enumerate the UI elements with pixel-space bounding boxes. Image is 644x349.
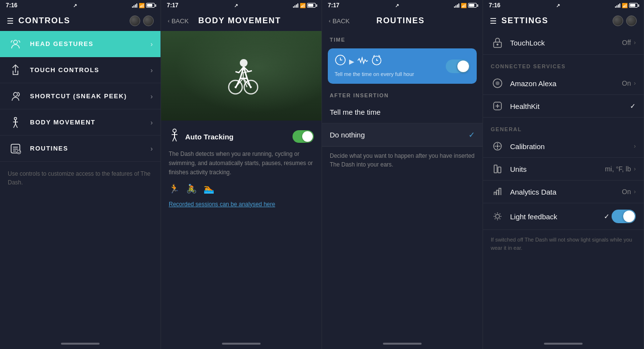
svg-rect-21	[498, 167, 501, 173]
light-feedback-check-icon: ✓	[604, 212, 610, 220]
settings-footer: If switched off The Dash will not show l…	[483, 230, 644, 258]
auto-tracking-row: Auto Tracking	[169, 128, 314, 145]
status-bar-2: 7:17 ↗ 📶	[161, 0, 322, 11]
routines-chevron: ›	[150, 145, 153, 152]
routines-title: ROUTINES	[354, 16, 447, 26]
menu-item-touch-controls[interactable]: TOUCH CONTROLS ›	[0, 57, 161, 83]
earbud-icons-settings	[613, 15, 637, 26]
light-feedback-controls: ✓	[604, 210, 636, 223]
head-gestures-icon	[8, 36, 23, 52]
nav-bar-body: ‹ BACK BODY MOVEMENT	[161, 11, 322, 31]
units-chevron: ›	[634, 166, 636, 172]
cyclist-svg	[217, 54, 265, 98]
bottom-bar-2	[161, 338, 322, 349]
time-card-toggle-area	[446, 60, 470, 73]
sessions-link[interactable]: here	[263, 201, 275, 208]
body-movement-details: Auto Tracking The Dash detects when you …	[161, 121, 322, 215]
panel-controls: 7:16 ↗ 📶 ☰ CONTROLS	[0, 0, 161, 349]
running-icon: 🏃	[169, 183, 179, 194]
home-indicator-2	[222, 343, 261, 345]
signal-icon-3	[454, 3, 459, 8]
home-indicator-3	[383, 343, 422, 345]
auto-tracking-desc: The Dash detects when you are running, c…	[169, 150, 314, 178]
routine-tell-time[interactable]: Tell me the time	[322, 101, 483, 123]
shortcut-icon	[8, 89, 23, 104]
back-chevron-routines: ‹	[329, 18, 331, 24]
light-feedback-label: Light feedback	[510, 212, 604, 221]
play-icon: ▶	[349, 58, 354, 65]
signal-icon-2	[293, 3, 298, 8]
back-button-routines[interactable]: ‹ BACK	[329, 17, 350, 25]
settings-healthkit[interactable]: HealthKit ✓	[483, 95, 644, 118]
light-feedback-toggle[interactable]	[612, 210, 636, 223]
settings-menu-icon[interactable]: ☰	[490, 16, 497, 26]
nav-bar-settings: ☰ SETTINGS	[483, 11, 644, 31]
menu-item-shortcut[interactable]: SHORTCUT (SNEAK PEEK) ›	[0, 83, 161, 109]
settings-analytics[interactable]: Analytics Data On ›	[483, 181, 644, 203]
svg-point-2	[15, 117, 17, 120]
status-time-1: 7:16	[6, 2, 17, 9]
activity-icons: 🏃 🚴 🏊	[169, 183, 314, 194]
healthkit-check-icon: ✓	[630, 102, 636, 110]
routine-do-nothing[interactable]: Do nothing ✓	[322, 123, 483, 147]
status-icons-1: 📶	[132, 3, 155, 8]
menu-item-body-movement[interactable]: BODY MOVEMENT ›	[0, 109, 161, 136]
bottom-bar-3	[322, 338, 483, 349]
alarm-icon	[371, 54, 382, 69]
back-chevron-body: ‹	[168, 18, 170, 24]
calibration-chevron: ›	[634, 143, 636, 150]
time-card[interactable]: ▶ Tell me the time on every	[328, 48, 477, 84]
svg-point-10	[173, 129, 176, 133]
alexa-icon	[491, 78, 504, 88]
controls-footer: Use controls to customize access to the …	[0, 162, 161, 195]
panel-body-movement: 7:17 ↗ 📶 ‹ BACK BODY MOVEMENT	[161, 0, 322, 349]
back-label-routines: BACK	[333, 17, 350, 25]
units-label: Units	[510, 165, 605, 173]
analytics-chevron: ›	[634, 188, 636, 195]
time-toggle[interactable]	[446, 60, 470, 73]
back-button-body[interactable]: ‹ BACK	[168, 17, 189, 25]
analytics-label: Analytics Data	[510, 188, 622, 196]
time-card-icons: ▶	[335, 54, 441, 69]
arrow-indicator-3: ↗	[395, 3, 399, 8]
settings-amazon-alexa[interactable]: Amazon Alexa On ›	[483, 72, 644, 95]
amazon-alexa-label: Amazon Alexa	[510, 79, 622, 88]
auto-tracking-toggle[interactable]	[293, 130, 314, 143]
settings-content: TouchLock Off › CONNECTED SERVICES Amazo…	[483, 31, 644, 338]
after-insert-section: Decide what you want to happen after you…	[322, 147, 483, 176]
light-feedback-icon	[491, 212, 504, 221]
routines-icon	[8, 141, 23, 156]
wifi-icon-3: 📶	[461, 3, 467, 8]
units-value: mi, °F, lb	[605, 165, 631, 173]
analytics-icon	[491, 187, 504, 197]
hamburger-menu-icon[interactable]: ☰	[7, 16, 14, 26]
settings-touchlock[interactable]: TouchLock Off ›	[483, 31, 644, 55]
svg-point-19	[497, 145, 498, 147]
settings-light-feedback[interactable]: Light feedback ✓	[483, 203, 644, 230]
after-insertion-header: AFTER INSERTION	[322, 87, 483, 101]
time-toggle-thumb	[457, 61, 469, 72]
light-toggle-thumb	[623, 211, 635, 222]
head-gestures-chevron: ›	[150, 40, 153, 48]
bottom-bar-4	[483, 338, 644, 349]
menu-item-routines[interactable]: ROUTINES ›	[0, 136, 161, 162]
head-gestures-label: HEAD GESTURES	[30, 40, 150, 47]
units-icon	[491, 164, 504, 174]
shortcut-label: SHORTCUT (SNEAK PEEK)	[30, 92, 150, 100]
touchlock-label: TouchLock	[510, 39, 622, 47]
touchlock-value: Off	[622, 39, 631, 46]
nav-bar-controls: ☰ CONTROLS	[0, 11, 161, 31]
auto-tracking-person-icon	[169, 128, 180, 145]
touchlock-icon	[491, 37, 504, 48]
auto-tracking-label: Auto Tracking	[185, 133, 288, 141]
right-earbud-icon	[143, 15, 154, 26]
arrow-indicator-2: ↗	[234, 3, 238, 8]
settings-units[interactable]: Units mi, °F, lb ›	[483, 158, 644, 181]
settings-calibration[interactable]: Calibration ›	[483, 135, 644, 158]
status-bar-4: 7:16 ↗ 📶	[483, 0, 644, 11]
menu-item-head-gestures[interactable]: HEAD GESTURES ›	[0, 31, 161, 57]
touchlock-chevron: ›	[634, 39, 636, 46]
signal-icon-4	[615, 3, 620, 8]
home-indicator-1	[61, 343, 100, 345]
wave-icon	[357, 57, 368, 67]
